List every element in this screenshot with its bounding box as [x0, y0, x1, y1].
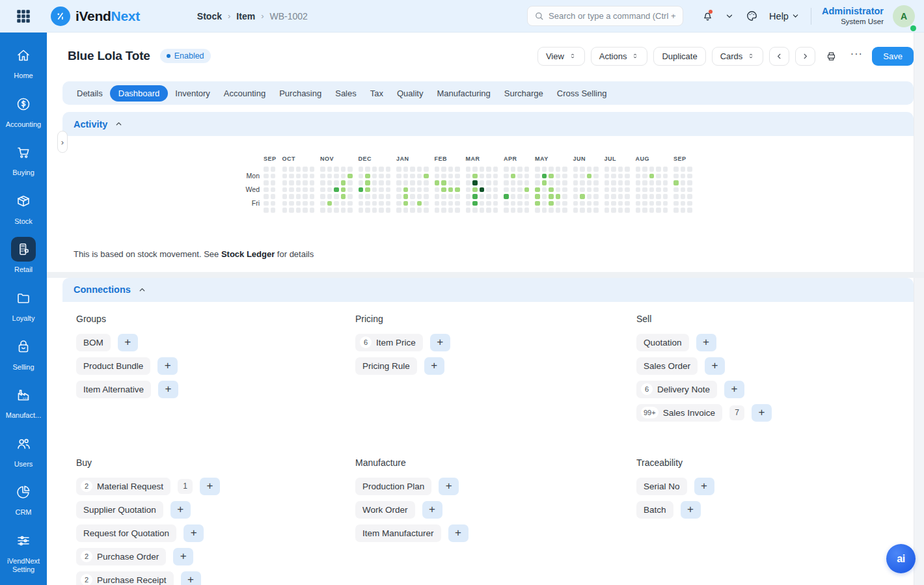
sidebar-item-manufact[interactable]: Manufact... [0, 383, 47, 431]
breadcrumb-stock[interactable]: Stock [197, 11, 222, 21]
request-for-quotation-link[interactable]: Request for Quotation [76, 524, 176, 542]
save-button[interactable]: Save [872, 47, 914, 66]
retail-pos-icon [11, 237, 36, 262]
search-input[interactable] [549, 11, 676, 21]
cards-button[interactable]: Cards [712, 47, 764, 66]
tab-sales[interactable]: Sales [329, 85, 363, 102]
production-plan-link[interactable]: Production Plan [355, 478, 431, 495]
breadcrumb-item[interactable]: Item [236, 11, 255, 21]
user-menu[interactable]: Administrator System User [822, 5, 884, 27]
purchase-receipt-link[interactable]: 2Purchase Receipt [76, 571, 174, 585]
tab-accounting[interactable]: Accounting [217, 85, 272, 102]
item-alternative-link[interactable]: Item Alternative [76, 381, 151, 398]
serial-no-link[interactable]: Serial No [636, 478, 687, 495]
add-serial-no-button[interactable]: + [694, 478, 714, 495]
global-search[interactable] [527, 6, 683, 26]
sidebar-item-crm[interactable]: CRM [0, 480, 47, 528]
add-batch-button[interactable]: + [681, 501, 701, 519]
heatmap-cell [517, 187, 523, 193]
heatmap-cell [517, 201, 523, 206]
add-sales-invoice-button[interactable]: + [752, 404, 772, 422]
next-record-button[interactable] [795, 47, 815, 66]
heatmap-cell [587, 208, 592, 213]
supplier-quotation-link[interactable]: Supplier Quotation [76, 501, 163, 519]
quotation-link[interactable]: Quotation [636, 334, 689, 351]
connection-label: Work Order [362, 505, 408, 515]
product-bundle-link[interactable]: Product Bundle [76, 357, 150, 375]
add-product-bundle-button[interactable]: + [157, 357, 178, 375]
tab-manufacturing[interactable]: Manufacturing [430, 85, 496, 102]
sidebar-item-users[interactable]: Users [0, 431, 47, 480]
sidebar-expand-button[interactable]: › [57, 131, 68, 153]
delivery-note-link[interactable]: 6Delivery Note [636, 381, 717, 398]
sidebar-item-ivendnext-setting[interactable]: iVendNext Setting [0, 528, 47, 577]
tab-tax[interactable]: Tax [364, 85, 390, 102]
add-sales-order-button[interactable]: + [705, 357, 725, 375]
heatmap-cell [264, 174, 269, 179]
add-item-manufacturer-button[interactable]: + [448, 524, 469, 542]
sidebar-item-stock[interactable]: Stock [0, 189, 47, 238]
sidebar-item-label: CRM [1, 508, 46, 517]
count-badge: 2 [81, 480, 92, 492]
work-order-link[interactable]: Work Order [355, 501, 415, 519]
sidebar-item-selling[interactable]: Selling [0, 334, 47, 383]
apps-grid-icon[interactable] [15, 8, 32, 25]
purchase-order-link[interactable]: 2Purchase Order [76, 548, 166, 565]
sidebar-item-loyalty[interactable]: Loyalty [0, 286, 47, 334]
connections-section-header[interactable]: Connections [62, 278, 914, 302]
view-button[interactable]: View [537, 47, 585, 66]
add-quotation-button[interactable]: + [696, 334, 716, 351]
add-material-request-button[interactable]: + [200, 478, 220, 495]
notifications-chevron-icon[interactable] [720, 7, 739, 26]
brand-logo[interactable]: iVendNext [51, 7, 140, 26]
more-menu-button[interactable]: ··· [847, 47, 866, 66]
chevron-right-icon [801, 52, 809, 61]
batch-link[interactable]: Batch [636, 501, 673, 519]
add-purchase-order-button[interactable]: + [173, 548, 193, 565]
print-button[interactable] [821, 47, 841, 66]
theme-palette-icon[interactable] [742, 7, 761, 26]
item-price-link[interactable]: 6Item Price [355, 334, 423, 351]
avatar[interactable]: A [893, 5, 915, 27]
stock-ledger-link[interactable]: Stock Ledger [221, 249, 275, 259]
tab-dashboard[interactable]: Dashboard [110, 85, 169, 102]
heatmap-cell [580, 174, 585, 179]
add-production-plan-button[interactable]: + [439, 478, 459, 495]
duplicate-button[interactable]: Duplicate [653, 47, 705, 66]
heatmap-cell [649, 208, 655, 213]
add-purchase-receipt-button[interactable]: + [181, 571, 201, 585]
item-manufacturer-link[interactable]: Item Manufacturer [355, 524, 441, 542]
bom-link[interactable]: BOM [76, 334, 111, 351]
add-bom-button[interactable]: + [118, 334, 138, 351]
add-pricing-rule-button[interactable]: + [424, 357, 444, 375]
sales-order-link[interactable]: Sales Order [636, 357, 698, 375]
scrollbar-track[interactable] [914, 33, 924, 585]
pricing-rule-link[interactable]: Pricing Rule [355, 357, 417, 375]
prev-record-button[interactable] [769, 47, 789, 66]
notifications-bell-icon[interactable] [698, 7, 717, 26]
help-menu[interactable]: Help [769, 11, 799, 21]
add-item-price-button[interactable]: + [430, 334, 450, 351]
tab-cross-selling[interactable]: Cross Selling [550, 85, 614, 102]
add-work-order-button[interactable]: + [422, 501, 442, 519]
ai-assistant-button[interactable]: ai [886, 544, 916, 573]
sales-invoice-link[interactable]: 99+Sales Invoice [636, 404, 722, 422]
tab-quality[interactable]: Quality [390, 85, 429, 102]
add-request-for-quotation-button[interactable]: + [183, 524, 204, 542]
add-supplier-quotation-button[interactable]: + [170, 501, 191, 519]
sidebar-item-accounting[interactable]: Accounting [0, 92, 47, 141]
sidebar-item-buying[interactable]: Buying [0, 140, 47, 189]
material-request-link[interactable]: 2Material Request [76, 478, 170, 495]
tab-purchasing[interactable]: Purchasing [273, 85, 328, 102]
tab-details[interactable]: Details [70, 85, 109, 102]
add-delivery-note-button[interactable]: + [724, 381, 744, 398]
actions-button[interactable]: Actions [591, 47, 648, 66]
add-item-alternative-button[interactable]: + [158, 381, 178, 398]
sidebar-item-retail[interactable]: Retail [0, 237, 47, 286]
tab-inventory[interactable]: Inventory [169, 85, 216, 102]
tab-surcharge[interactable]: Surcharge [498, 85, 550, 102]
sidebar-item-home[interactable]: Home [0, 43, 47, 92]
activity-section-header[interactable]: Activity [62, 112, 914, 136]
heatmap-cell [480, 201, 485, 206]
heatmap-cell [673, 194, 679, 199]
